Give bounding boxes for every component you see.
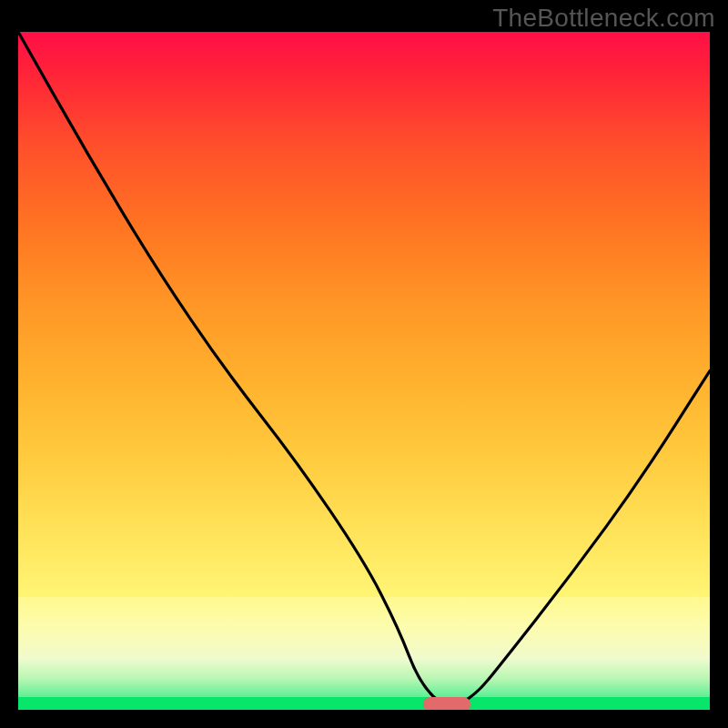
watermark-text: TheBottleneck.com — [492, 4, 715, 33]
plot-area — [18, 32, 710, 710]
bottleneck-curve — [18, 32, 710, 710]
chart-container: TheBottleneck.com — [0, 0, 728, 728]
optimal-marker — [423, 697, 470, 710]
